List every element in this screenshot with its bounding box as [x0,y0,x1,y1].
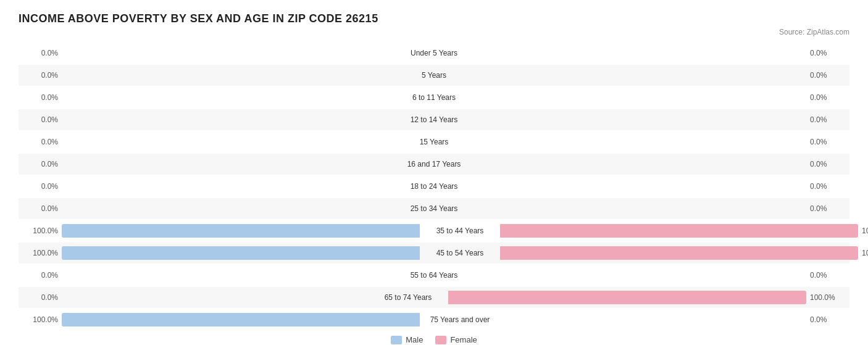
chart-row: 0.0% 6 to 11 Years 0.0% [19,87,849,108]
female-value: 0.0% [806,138,849,146]
bar-right [474,46,806,60]
bar-left [62,91,394,104]
bar-section: 12 to 14 Years [62,109,806,130]
bar-right [500,224,858,238]
chart-row: 0.0% Under 5 Years 0.0% [19,43,849,64]
bar-right [474,202,806,215]
female-value: 100.0% [806,293,849,302]
male-value: 0.0% [19,49,62,57]
male-value: 0.0% [19,271,62,280]
male-value: 0.0% [19,160,62,168]
chart-row: 0.0% 5 Years 0.0% [19,65,849,86]
bar-left [62,69,394,82]
bar-left [62,291,368,304]
bar-section: 55 to 64 Years [62,265,806,286]
female-bar [500,246,858,260]
chart-area: 0.0% Under 5 Years 0.0% 0.0% 5 Years 0.0… [19,43,849,330]
legend-female-label: Female [450,335,477,344]
male-value: 100.0% [19,227,62,235]
male-value: 0.0% [19,204,62,213]
female-value: 0.0% [806,315,849,324]
chart-row: 0.0% 15 Years 0.0% [19,131,849,152]
male-value: 0.0% [19,93,62,102]
bar-section: 35 to 44 Years [62,220,858,241]
male-bar [62,246,420,260]
male-value: 0.0% [19,71,62,80]
bar-section: 5 Years [62,65,806,86]
bar-left [62,246,420,260]
legend: Male Female [19,335,849,344]
bar-right [448,291,806,304]
bar-right [474,69,806,82]
male-bar [62,313,420,326]
legend-female-box [435,336,446,344]
female-value: 100.0% [858,249,868,257]
legend-male-label: Male [406,335,423,344]
female-value: 0.0% [806,49,849,57]
female-value: 0.0% [806,93,849,102]
page-title: INCOME ABOVE POVERTY BY SEX AND AGE IN Z… [19,12,849,25]
chart-row: 100.0% 45 to 54 Years 100.0% [19,243,849,264]
legend-male-box [391,336,402,344]
bar-left [62,313,420,326]
age-label: 16 and 17 Years [394,160,474,168]
female-bar [500,224,858,238]
legend-male: Male [391,335,423,344]
bar-right [474,268,806,282]
bar-right [474,113,806,127]
age-label: 35 to 44 Years [420,227,500,235]
bar-section: 25 to 34 Years [62,198,806,219]
chart-row: 0.0% 65 to 74 Years 100.0% [19,287,849,308]
bar-left [62,113,394,127]
bar-right [474,135,806,149]
age-label: 5 Years [394,71,474,80]
chart-row: 100.0% 35 to 44 Years 100.0% [19,220,849,241]
bar-left [62,224,420,238]
male-value: 0.0% [19,138,62,146]
bar-right [500,313,806,326]
age-label: 65 to 74 Years [368,293,448,302]
bar-section: 15 Years [62,131,806,152]
bar-right [500,246,858,260]
bar-left [62,268,394,282]
chart-row: 100.0% 75 Years and over 0.0% [19,309,849,330]
age-label: 15 Years [394,138,474,146]
bar-section: 75 Years and over [62,309,806,330]
male-bar [62,224,420,238]
male-value: 0.0% [19,182,62,191]
chart-row: 0.0% 18 to 24 Years 0.0% [19,176,849,197]
bar-right [474,180,806,193]
source-label: Source: ZipAtlas.com [19,28,849,36]
bar-left [62,202,394,215]
age-label: 75 Years and over [420,315,500,324]
age-label: 6 to 11 Years [394,93,474,102]
age-label: 25 to 34 Years [394,204,474,213]
bar-left [62,46,394,60]
male-value: 100.0% [19,249,62,257]
female-value: 0.0% [806,115,849,124]
chart-row: 0.0% 25 to 34 Years 0.0% [19,198,849,219]
bar-section: 18 to 24 Years [62,176,806,197]
chart-row: 0.0% 16 and 17 Years 0.0% [19,154,849,175]
bar-left [62,135,394,149]
age-label: Under 5 Years [394,49,474,57]
bar-section: 16 and 17 Years [62,154,806,175]
male-value: 0.0% [19,293,62,302]
bar-section: Under 5 Years [62,43,806,64]
chart-row: 0.0% 12 to 14 Years 0.0% [19,109,849,130]
chart-row: 0.0% 55 to 64 Years 0.0% [19,265,849,286]
female-value: 0.0% [806,182,849,191]
bar-left [62,180,394,193]
bar-section: 65 to 74 Years [62,287,806,308]
age-label: 55 to 64 Years [394,271,474,280]
male-value: 0.0% [19,115,62,124]
male-value: 100.0% [19,315,62,324]
female-value: 0.0% [806,271,849,280]
age-label: 18 to 24 Years [394,182,474,191]
female-value: 0.0% [806,160,849,168]
age-label: 45 to 54 Years [420,249,500,257]
bar-right [474,91,806,104]
female-bar [448,291,806,304]
bar-left [62,157,394,171]
bar-right [474,157,806,171]
